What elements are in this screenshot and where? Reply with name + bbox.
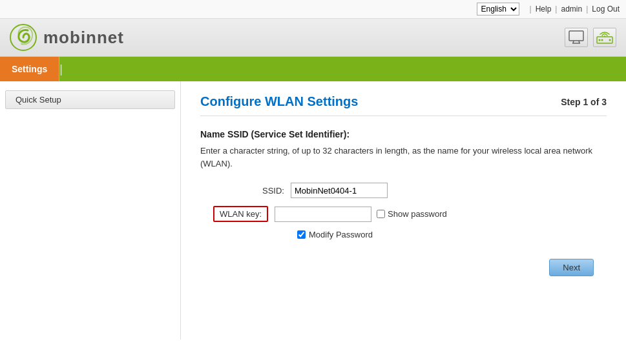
show-password-row: Show password [377,209,447,219]
admin-link[interactable]: admin [561,5,582,14]
wlan-key-row: WLAN key: Show password [213,206,607,222]
header-logo-area: mobinnet [0,19,626,56]
help-link[interactable]: Help [536,5,552,14]
separator3: | [586,5,588,14]
page-title: Configure WLAN Settings [200,94,358,109]
logo-icon [10,24,37,51]
wlan-key-input[interactable] [275,207,371,222]
content-header: Configure WLAN Settings Step 1 of 3 [200,94,607,116]
show-password-checkbox[interactable] [377,210,385,218]
modify-password-row: Modify Password [297,230,607,239]
step-indicator: Step 1 of 3 [561,94,607,107]
next-button[interactable]: Next [549,259,594,276]
logo-text: mobinnet [43,28,124,48]
device-icon [596,30,614,45]
ssid-row: SSID: [213,183,607,198]
separator1: | [530,5,532,14]
navbar-settings[interactable]: Settings [0,57,59,81]
device-icon-button[interactable] [593,28,616,47]
modify-password-checkbox[interactable] [297,230,306,239]
logo: mobinnet [10,24,124,51]
section-title: Name SSID (Service Set Identifier): [200,129,607,139]
content-area: Configure WLAN Settings Step 1 of 3 Name… [181,81,626,339]
button-row: Next [200,259,607,276]
section-description: Enter a character string, of up to 32 ch… [200,145,607,170]
modify-password-label: Modify Password [309,230,373,239]
ssid-input[interactable] [291,183,388,198]
header-icon-group [565,28,616,47]
svg-rect-1 [569,31,583,41]
language-selector[interactable]: English [477,3,519,15]
ssid-label: SSID: [213,186,291,196]
language-dropdown[interactable]: English [477,3,519,15]
sidebar-item-quick-setup[interactable]: Quick Setup [5,90,175,109]
form-table: SSID: WLAN key: Show password Modify Pas… [213,183,607,239]
separator2: | [555,5,557,14]
svg-point-7 [601,39,603,41]
main-layout: Quick Setup Configure WLAN Settings Step… [0,81,626,339]
logout-link[interactable]: Log Out [592,5,620,14]
nav-separator: | [59,57,63,81]
monitor-icon [569,30,584,45]
wlan-key-label: WLAN key: [220,209,262,219]
monitor-icon-button[interactable] [565,28,588,47]
navbar: Settings | [0,57,626,81]
show-password-label: Show password [388,209,447,219]
sidebar: Quick Setup [0,81,181,339]
header-topbar: English | Help | admin | Log Out [0,0,626,19]
svg-point-8 [609,39,611,41]
svg-point-6 [599,39,601,41]
